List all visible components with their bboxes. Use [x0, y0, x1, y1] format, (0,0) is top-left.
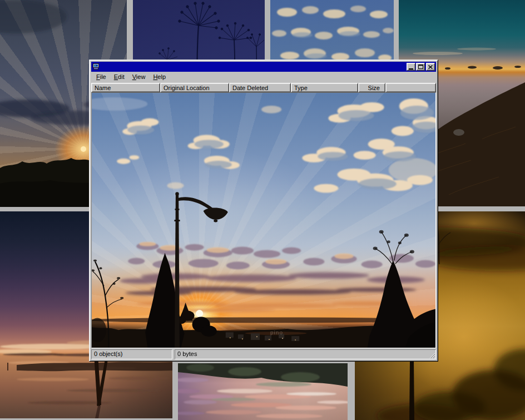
- menu-item-view[interactable]: View: [128, 72, 150, 82]
- file-list-area[interactable]: pino: [91, 92, 436, 348]
- minimize-icon: [409, 68, 413, 70]
- resize-grip[interactable]: [428, 352, 435, 359]
- column-header-original-location[interactable]: Original Location: [160, 83, 229, 92]
- column-header-filler: [385, 83, 436, 92]
- close-button[interactable]: [426, 63, 435, 71]
- column-header-name[interactable]: Name: [91, 83, 160, 92]
- status-bar: 0 object(s) 0 bytes: [91, 349, 436, 359]
- computer-icon: [92, 63, 100, 71]
- status-byte-count: 0 bytes: [175, 349, 436, 359]
- column-header-row: Name Original Location Date Deleted Type…: [91, 83, 436, 92]
- close-icon: [428, 65, 433, 69]
- wallpaper-tile-water-reflection: [178, 363, 348, 420]
- column-header-size[interactable]: Size: [358, 83, 385, 92]
- maximize-icon: [418, 65, 423, 69]
- column-header-date-deleted[interactable]: Date Deleted: [229, 83, 291, 92]
- menu-item-file[interactable]: File: [92, 72, 110, 82]
- column-header-type[interactable]: Type: [291, 83, 358, 92]
- menu-item-help[interactable]: Help: [149, 72, 170, 82]
- minimize-button[interactable]: [407, 63, 415, 71]
- sun: [196, 310, 203, 317]
- menu-bar: File Edit View Help: [91, 72, 436, 83]
- status-object-count: 0 object(s): [91, 349, 172, 359]
- title-bar[interactable]: [91, 62, 436, 72]
- content-photo-sunset-lamp: pino: [92, 93, 435, 348]
- photo-scene: pino: [92, 93, 435, 348]
- recycle-bin-window: File Edit View Help Name Original Locati…: [89, 60, 438, 362]
- menu-item-edit[interactable]: Edit: [110, 72, 128, 82]
- maximize-button[interactable]: [416, 63, 425, 71]
- photo-watermark: pino: [270, 329, 283, 335]
- desktop: File Edit View Help Name Original Locati…: [0, 0, 525, 420]
